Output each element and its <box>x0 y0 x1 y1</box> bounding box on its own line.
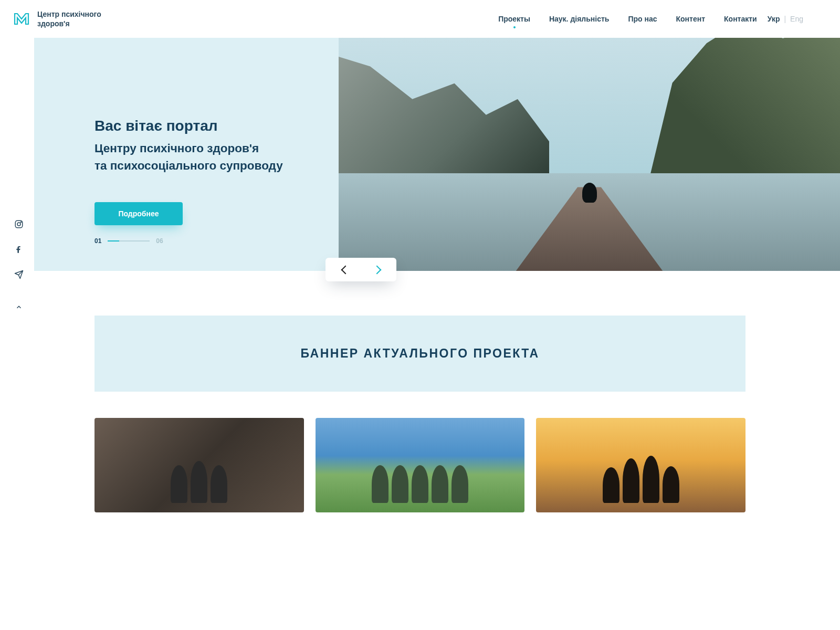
hero-image <box>339 38 840 271</box>
nav-projects[interactable]: Проекты <box>498 15 530 23</box>
main-nav: Проекты Наук. діяльність Про нас Контент… <box>498 15 757 23</box>
lang-eng[interactable]: Eng <box>790 15 803 23</box>
learn-more-button[interactable]: Подробнее <box>94 202 183 225</box>
hero-subtitle-1: Центру психічного здоров'я <box>94 140 307 158</box>
logo-icon <box>13 10 30 27</box>
prev-slide-button[interactable] <box>341 265 350 274</box>
nav-content[interactable]: Контент <box>676 15 706 23</box>
hero-title: Вас вітає портал <box>94 116 307 136</box>
banner-title: БАННЕР АКТУАЛЬНОГО ПРОЕКТА <box>300 346 539 361</box>
svg-point-2 <box>20 222 22 223</box>
social-rail <box>14 219 24 312</box>
lang-ukr[interactable]: Укр <box>768 15 780 23</box>
project-card-1[interactable] <box>94 418 304 512</box>
hero-section: Вас вітає портал Центру психічного здоро… <box>0 38 840 271</box>
facebook-icon[interactable] <box>14 244 24 255</box>
project-banner[interactable]: БАННЕР АКТУАЛЬНОГО ПРОЕКТА <box>94 316 746 392</box>
nav-science[interactable]: Наук. діяльність <box>549 15 610 23</box>
site-header: Центр психічного здоров'я Проекты Наук. … <box>0 0 840 38</box>
slide-arrows <box>326 258 396 281</box>
project-cards <box>94 418 746 512</box>
language-switcher: Укр | Eng <box>768 15 803 23</box>
brand-name: Центр психічного здоров'я <box>37 9 101 28</box>
nav-about[interactable]: Про нас <box>628 15 657 23</box>
hero-text-panel: Вас вітає портал Центру психічного здоро… <box>34 38 339 271</box>
hero-subtitle-2: та психосоціального супроводу <box>94 157 307 175</box>
lang-separator: | <box>784 15 786 23</box>
svg-point-1 <box>17 223 20 226</box>
scroll-up-icon[interactable] <box>14 302 24 312</box>
pager-progress[interactable] <box>108 240 150 242</box>
telegram-icon[interactable] <box>14 269 24 280</box>
project-card-2[interactable] <box>316 418 525 512</box>
pager-current: 01 <box>94 237 101 245</box>
pager-total: 06 <box>156 237 163 245</box>
next-slide-button[interactable] <box>372 265 381 274</box>
nav-contacts[interactable]: Контакти <box>724 15 757 23</box>
slide-pager: 01 06 <box>94 237 163 245</box>
project-card-3[interactable] <box>536 418 746 512</box>
instagram-icon[interactable] <box>14 219 24 229</box>
logo-block[interactable]: Центр психічного здоров'я <box>13 9 101 28</box>
